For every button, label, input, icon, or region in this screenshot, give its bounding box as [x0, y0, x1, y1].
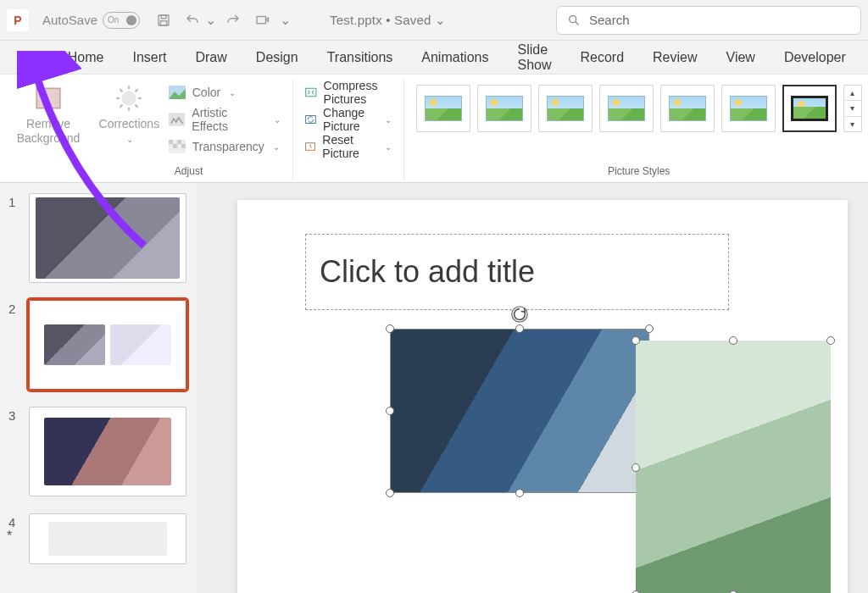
svg-rect-2 [160, 20, 167, 25]
resize-handle[interactable] [632, 336, 640, 345]
group-picture-tools: Compress Pictures Change Picture⌄ Reset … [293, 80, 404, 180]
svg-rect-23 [181, 144, 186, 148]
selected-picture-1[interactable] [390, 329, 649, 493]
color-button[interactable]: Color⌄ [165, 81, 284, 103]
resize-handle[interactable] [826, 336, 835, 345]
qat-more-icon[interactable]: ⌄ [281, 10, 289, 30]
style-thumb-5[interactable] [660, 85, 715, 132]
style-thumb-6[interactable] [721, 85, 776, 132]
remove-background-button[interactable]: Remove Background [12, 80, 85, 161]
svg-line-12 [120, 89, 123, 91]
save-icon[interactable] [153, 10, 174, 30]
tab-record[interactable]: Record [578, 45, 626, 70]
corrections-icon [114, 83, 144, 114]
style-thumb-4[interactable] [599, 85, 654, 132]
autosave-toggle[interactable]: AutoSave On [42, 12, 140, 29]
workspace: 1 2 3 4 * Click to add title [0, 183, 868, 593]
title-placeholder-text: Click to add title [320, 254, 535, 290]
tab-insert[interactable]: Insert [131, 45, 168, 70]
style-thumb-7[interactable] [782, 85, 837, 132]
svg-line-14 [120, 104, 123, 107]
tab-transitions[interactable]: Transitions [326, 45, 395, 70]
svg-rect-24 [306, 88, 316, 96]
tab-view[interactable]: View [725, 45, 757, 70]
tab-home[interactable]: Home [66, 45, 106, 70]
tab-slide-show[interactable]: Slide Show [515, 37, 553, 78]
quick-access-toolbar: ⌄ ⌄ [153, 10, 289, 30]
svg-point-7 [122, 91, 136, 106]
resize-handle[interactable] [515, 324, 524, 333]
group-background: Remove Background [3, 80, 85, 180]
tab-review[interactable]: Review [651, 45, 698, 70]
svg-line-13 [136, 104, 138, 107]
slide-thumbnails-panel[interactable]: 1 2 3 4 * [0, 183, 197, 593]
title-bar: P AutoSave On ⌄ ⌄ Test.pptx • Saved ⌄ Se… [0, 0, 868, 41]
change-picture-button[interactable]: Change Picture⌄ [302, 108, 395, 130]
remove-background-icon [33, 83, 64, 114]
tab-draw[interactable]: Draw [193, 45, 228, 70]
adjust-group-label: Adjust [175, 165, 203, 180]
document-title[interactable]: Test.pptx • Saved ⌄ [330, 13, 446, 28]
tab-design[interactable]: Design [254, 45, 300, 70]
transparency-button[interactable]: Transparency⌄ [165, 136, 284, 158]
compress-pictures-button[interactable]: Compress Pictures [302, 81, 395, 103]
resize-handle[interactable] [386, 324, 394, 333]
toggle-switch[interactable]: On [103, 12, 140, 29]
transparency-icon [169, 140, 186, 153]
start-from-beginning-icon[interactable] [252, 10, 272, 30]
ribbon: Remove Background Corrections ⌄ Color⌄ A… [0, 75, 868, 183]
reset-picture-button[interactable]: Reset Picture⌄ [302, 136, 395, 158]
artistic-effects-button[interactable]: Artistic Effects⌄ [165, 108, 284, 130]
style-thumb-1[interactable] [416, 85, 470, 132]
search-icon [567, 14, 581, 27]
svg-rect-20 [169, 140, 173, 144]
artistic-icon [169, 113, 186, 126]
undo-dropdown-icon[interactable]: ⌄ [206, 10, 214, 30]
slide-thumb-3[interactable] [29, 407, 186, 496]
corrections-button[interactable]: Corrections ⌄ [93, 80, 165, 161]
picture-styles-label: Picture Styles [608, 165, 670, 180]
resize-handle[interactable] [632, 463, 640, 472]
reset-picture-icon [305, 140, 315, 153]
rotate-handle-icon[interactable] [510, 305, 529, 324]
thumb-row-1[interactable]: 1 [8, 193, 188, 283]
undo-icon[interactable] [182, 10, 203, 30]
resize-handle[interactable] [386, 407, 394, 415]
search-box[interactable]: Search [556, 6, 861, 35]
change-picture-icon [305, 113, 316, 126]
color-icon [169, 86, 186, 99]
style-thumb-3[interactable] [538, 85, 593, 132]
slide-thumb-1[interactable] [29, 193, 186, 283]
svg-rect-3 [257, 16, 266, 23]
svg-rect-5 [36, 88, 60, 108]
resize-handle[interactable] [386, 489, 394, 497]
resize-handle[interactable] [729, 336, 737, 345]
slide-thumb-4[interactable] [29, 513, 186, 564]
thumb-row-2[interactable]: 2 [8, 300, 188, 390]
resize-handle[interactable] [515, 489, 524, 497]
styles-more-button[interactable]: ▴▾▾ [843, 85, 862, 132]
style-thumb-2[interactable] [477, 85, 531, 132]
tab-developer[interactable]: Developer [782, 45, 848, 70]
group-picture-styles: ▴▾▾ Picture Styles [404, 80, 868, 180]
selected-picture-2[interactable] [636, 341, 831, 593]
svg-rect-1 [161, 15, 166, 19]
picture-styles-gallery[interactable]: ▴▾▾ [413, 80, 865, 132]
ribbon-tabs: File Home Insert Draw Design Transitions… [0, 41, 868, 75]
tab-file[interactable]: File [15, 45, 41, 70]
resize-handle[interactable] [645, 324, 654, 333]
thumb-row-4[interactable]: 4 * [8, 513, 188, 564]
svg-line-15 [136, 89, 138, 91]
compress-icon [305, 86, 317, 99]
slide-thumb-2[interactable] [29, 300, 186, 390]
svg-point-4 [570, 15, 576, 22]
redo-icon[interactable] [223, 10, 243, 30]
thumb-row-3[interactable]: 3 [8, 407, 188, 496]
svg-rect-22 [173, 144, 177, 148]
title-placeholder[interactable]: Click to add title [305, 234, 729, 310]
slide-canvas[interactable]: Click to add title [197, 183, 868, 593]
slide[interactable]: Click to add title [237, 200, 848, 593]
svg-rect-21 [177, 140, 181, 144]
tab-animations[interactable]: Animations [420, 45, 490, 70]
group-adjust: Corrections ⌄ Color⌄ Artistic Effects⌄ T… [85, 80, 293, 180]
